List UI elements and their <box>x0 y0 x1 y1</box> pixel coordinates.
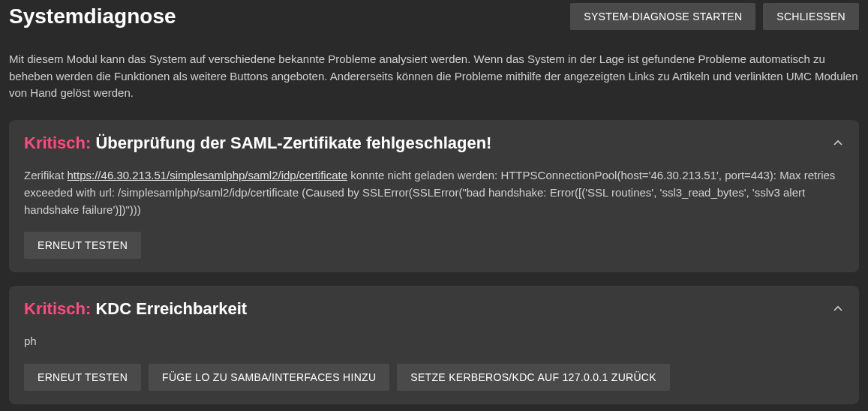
retest-button[interactable]: ERNEUT TESTEN <box>24 232 141 259</box>
card-title-text: Überprüfung der SAML-Zertifikate fehlges… <box>95 134 491 152</box>
card-header: Kritisch: Überprüfung der SAML-Zertifika… <box>24 134 844 153</box>
close-button[interactable]: SCHLIESSEN <box>763 3 859 30</box>
chevron-up-icon[interactable] <box>832 137 844 149</box>
set-kerberos-button[interactable]: SETZE KERBEROS/KDC AUF 127.0.0.1 ZURÜCK <box>397 364 670 391</box>
add-lo-button[interactable]: FÜGE LO ZU SAMBA/INTERFACES HINZU <box>149 364 389 391</box>
severity-label: Kritisch: <box>24 134 91 152</box>
diagnostic-card-kdc: Kritisch: KDC Erreichbarkeit ph ERNEUT T… <box>9 286 859 404</box>
card-actions: ERNEUT TESTEN <box>24 232 844 259</box>
card-body: ph <box>24 332 844 350</box>
severity-label: Kritisch: <box>24 299 91 318</box>
card-actions: ERNEUT TESTEN FÜGE LO ZU SAMBA/INTERFACE… <box>24 364 844 391</box>
card-title: Kritisch: Überprüfung der SAML-Zertifika… <box>24 134 491 153</box>
chevron-up-icon[interactable] <box>832 303 844 315</box>
diagnostic-card-saml: Kritisch: Überprüfung der SAML-Zertifika… <box>9 120 859 273</box>
cert-prefix-text: Zerifikat <box>24 169 68 182</box>
start-diagnose-button[interactable]: SYSTEM-DIAGNOSE STARTEN <box>570 3 755 30</box>
card-title-text: KDC Erreichbarkeit <box>95 299 247 318</box>
header-buttons: SYSTEM-DIAGNOSE STARTEN SCHLIESSEN <box>570 3 859 30</box>
module-description: Mit diesem Modul kann das System auf ver… <box>9 51 859 102</box>
certificate-link[interactable]: https://46.30.213.51/simplesamlphp/saml2… <box>68 169 348 182</box>
retest-button[interactable]: ERNEUT TESTEN <box>24 364 141 391</box>
page-title: Systemdiagnose <box>9 4 176 28</box>
page-header: Systemdiagnose SYSTEM-DIAGNOSE STARTEN S… <box>9 3 859 30</box>
card-title: Kritisch: KDC Erreichbarkeit <box>24 299 247 319</box>
card-header: Kritisch: KDC Erreichbarkeit <box>24 299 844 319</box>
card-body: Zerifikathttps://46.30.213.51/simplesaml… <box>24 166 844 219</box>
